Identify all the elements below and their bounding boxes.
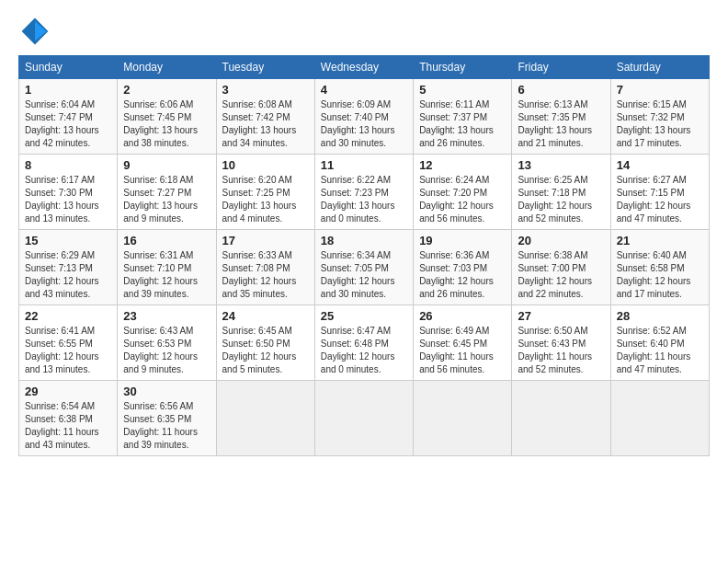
day-info: Sunrise: 6:18 AM Sunset: 7:27 PM Dayligh… — [123, 174, 210, 225]
day-info: Sunrise: 6:33 AM Sunset: 7:08 PM Dayligh… — [222, 249, 309, 301]
calendar-table: SundayMondayTuesdayWednesdayThursdayFrid… — [18, 55, 710, 456]
calendar-week-3: 15Sunrise: 6:29 AM Sunset: 7:13 PM Dayli… — [19, 230, 710, 305]
calendar-cell: 22Sunrise: 6:41 AM Sunset: 6:55 PM Dayli… — [19, 305, 118, 381]
day-number: 5 — [419, 83, 506, 97]
day-info: Sunrise: 6:22 AM Sunset: 7:23 PM Dayligh… — [321, 174, 407, 225]
day-number: 30 — [123, 385, 210, 398]
calendar-cell: 15Sunrise: 6:29 AM Sunset: 7:13 PM Dayli… — [19, 230, 118, 305]
calendar-cell: 9Sunrise: 6:18 AM Sunset: 7:27 PM Daylig… — [118, 155, 216, 230]
calendar-cell — [216, 381, 314, 456]
calendar-cell: 1Sunrise: 6:04 AM Sunset: 7:47 PM Daylig… — [19, 79, 118, 155]
calendar-cell: 12Sunrise: 6:24 AM Sunset: 7:20 PM Dayli… — [414, 155, 512, 230]
day-number: 21 — [617, 234, 703, 247]
calendar-cell: 14Sunrise: 6:27 AM Sunset: 7:15 PM Dayli… — [610, 155, 709, 230]
day-number: 23 — [123, 309, 210, 323]
calendar-cell: 20Sunrise: 6:38 AM Sunset: 7:00 PM Dayli… — [512, 230, 610, 305]
day-info: Sunrise: 6:13 AM Sunset: 7:35 PM Dayligh… — [518, 98, 604, 150]
day-info: Sunrise: 6:43 AM Sunset: 6:53 PM Dayligh… — [123, 325, 210, 376]
day-info: Sunrise: 6:27 AM Sunset: 7:15 PM Dayligh… — [617, 174, 703, 225]
day-number: 11 — [321, 158, 407, 172]
day-number: 22 — [25, 309, 111, 323]
calendar-week-5: 29Sunrise: 6:54 AM Sunset: 6:38 PM Dayli… — [19, 381, 710, 456]
day-info: Sunrise: 6:36 AM Sunset: 7:03 PM Dayligh… — [419, 249, 506, 301]
day-number: 13 — [518, 158, 604, 172]
day-number: 4 — [321, 83, 407, 97]
calendar-cell — [610, 381, 709, 456]
day-info: Sunrise: 6:31 AM Sunset: 7:10 PM Dayligh… — [123, 249, 210, 301]
day-number: 2 — [123, 83, 210, 97]
day-info: Sunrise: 6:17 AM Sunset: 7:30 PM Dayligh… — [25, 174, 111, 225]
calendar-cell: 25Sunrise: 6:47 AM Sunset: 6:48 PM Dayli… — [314, 305, 413, 381]
day-info: Sunrise: 6:06 AM Sunset: 7:45 PM Dayligh… — [123, 98, 210, 150]
day-number: 1 — [25, 83, 111, 97]
day-info: Sunrise: 6:41 AM Sunset: 6:55 PM Dayligh… — [25, 325, 111, 376]
calendar-cell: 3Sunrise: 6:08 AM Sunset: 7:42 PM Daylig… — [216, 79, 314, 155]
day-number: 24 — [222, 309, 309, 323]
main-container: SundayMondayTuesdayWednesdayThursdayFrid… — [0, 0, 728, 465]
day-info: Sunrise: 6:52 AM Sunset: 6:40 PM Dayligh… — [617, 325, 703, 376]
day-info: Sunrise: 6:09 AM Sunset: 7:40 PM Dayligh… — [321, 98, 407, 150]
day-info: Sunrise: 6:29 AM Sunset: 7:13 PM Dayligh… — [25, 249, 111, 301]
day-info: Sunrise: 6:40 AM Sunset: 6:58 PM Dayligh… — [617, 249, 703, 301]
calendar-cell: 29Sunrise: 6:54 AM Sunset: 6:38 PM Dayli… — [19, 381, 118, 456]
day-number: 26 — [419, 309, 506, 323]
day-number: 14 — [617, 158, 703, 172]
day-info: Sunrise: 6:50 AM Sunset: 6:43 PM Dayligh… — [518, 325, 604, 376]
weekday-header-monday: Monday — [118, 56, 216, 79]
day-info: Sunrise: 6:08 AM Sunset: 7:42 PM Dayligh… — [222, 98, 309, 150]
calendar-cell: 16Sunrise: 6:31 AM Sunset: 7:10 PM Dayli… — [118, 230, 216, 305]
day-number: 3 — [222, 83, 309, 97]
day-info: Sunrise: 6:45 AM Sunset: 6:50 PM Dayligh… — [222, 325, 309, 376]
day-info: Sunrise: 6:15 AM Sunset: 7:32 PM Dayligh… — [617, 98, 703, 150]
day-info: Sunrise: 6:20 AM Sunset: 7:25 PM Dayligh… — [222, 174, 309, 225]
calendar-week-4: 22Sunrise: 6:41 AM Sunset: 6:55 PM Dayli… — [19, 305, 710, 381]
day-number: 27 — [518, 309, 604, 323]
calendar-week-1: 1Sunrise: 6:04 AM Sunset: 7:47 PM Daylig… — [19, 79, 710, 155]
day-number: 7 — [617, 83, 703, 97]
calendar-cell: 28Sunrise: 6:52 AM Sunset: 6:40 PM Dayli… — [610, 305, 709, 381]
day-number: 18 — [321, 234, 407, 247]
calendar-cell — [414, 381, 512, 456]
calendar-week-2: 8Sunrise: 6:17 AM Sunset: 7:30 PM Daylig… — [19, 155, 710, 230]
weekday-header-row: SundayMondayTuesdayWednesdayThursdayFrid… — [19, 56, 710, 79]
calendar-cell — [512, 381, 610, 456]
day-number: 29 — [25, 385, 111, 398]
calendar-cell: 30Sunrise: 6:56 AM Sunset: 6:35 PM Dayli… — [118, 381, 216, 456]
day-number: 10 — [222, 158, 309, 172]
day-number: 9 — [123, 158, 210, 172]
calendar-cell: 23Sunrise: 6:43 AM Sunset: 6:53 PM Dayli… — [118, 305, 216, 381]
calendar-cell: 10Sunrise: 6:20 AM Sunset: 7:25 PM Dayli… — [216, 155, 314, 230]
calendar-cell: 8Sunrise: 6:17 AM Sunset: 7:30 PM Daylig… — [19, 155, 118, 230]
logo — [18, 15, 57, 48]
day-number: 16 — [123, 234, 210, 247]
day-info: Sunrise: 6:47 AM Sunset: 6:48 PM Dayligh… — [321, 325, 407, 376]
calendar-cell: 13Sunrise: 6:25 AM Sunset: 7:18 PM Dayli… — [512, 155, 610, 230]
logo-icon — [18, 15, 51, 48]
day-info: Sunrise: 6:11 AM Sunset: 7:37 PM Dayligh… — [419, 98, 506, 150]
calendar-cell: 4Sunrise: 6:09 AM Sunset: 7:40 PM Daylig… — [314, 79, 413, 155]
calendar-cell: 19Sunrise: 6:36 AM Sunset: 7:03 PM Dayli… — [414, 230, 512, 305]
weekday-header-wednesday: Wednesday — [314, 56, 413, 79]
calendar-cell: 17Sunrise: 6:33 AM Sunset: 7:08 PM Dayli… — [216, 230, 314, 305]
day-number: 20 — [518, 234, 604, 247]
day-info: Sunrise: 6:49 AM Sunset: 6:45 PM Dayligh… — [419, 325, 506, 376]
calendar-cell: 6Sunrise: 6:13 AM Sunset: 7:35 PM Daylig… — [512, 79, 610, 155]
day-info: Sunrise: 6:25 AM Sunset: 7:18 PM Dayligh… — [518, 174, 604, 225]
calendar-cell: 24Sunrise: 6:45 AM Sunset: 6:50 PM Dayli… — [216, 305, 314, 381]
day-number: 19 — [419, 234, 506, 247]
calendar-cell: 26Sunrise: 6:49 AM Sunset: 6:45 PM Dayli… — [414, 305, 512, 381]
weekday-header-friday: Friday — [512, 56, 610, 79]
day-info: Sunrise: 6:38 AM Sunset: 7:00 PM Dayligh… — [518, 249, 604, 301]
weekday-header-tuesday: Tuesday — [216, 56, 314, 79]
day-info: Sunrise: 6:34 AM Sunset: 7:05 PM Dayligh… — [321, 249, 407, 301]
calendar-cell: 18Sunrise: 6:34 AM Sunset: 7:05 PM Dayli… — [314, 230, 413, 305]
day-number: 12 — [419, 158, 506, 172]
day-number: 6 — [518, 83, 604, 97]
header — [18, 15, 710, 48]
day-info: Sunrise: 6:24 AM Sunset: 7:20 PM Dayligh… — [419, 174, 506, 225]
calendar-cell: 2Sunrise: 6:06 AM Sunset: 7:45 PM Daylig… — [118, 79, 216, 155]
calendar-cell — [314, 381, 413, 456]
day-number: 15 — [25, 234, 111, 247]
weekday-header-saturday: Saturday — [610, 56, 709, 79]
calendar-cell: 7Sunrise: 6:15 AM Sunset: 7:32 PM Daylig… — [610, 79, 709, 155]
